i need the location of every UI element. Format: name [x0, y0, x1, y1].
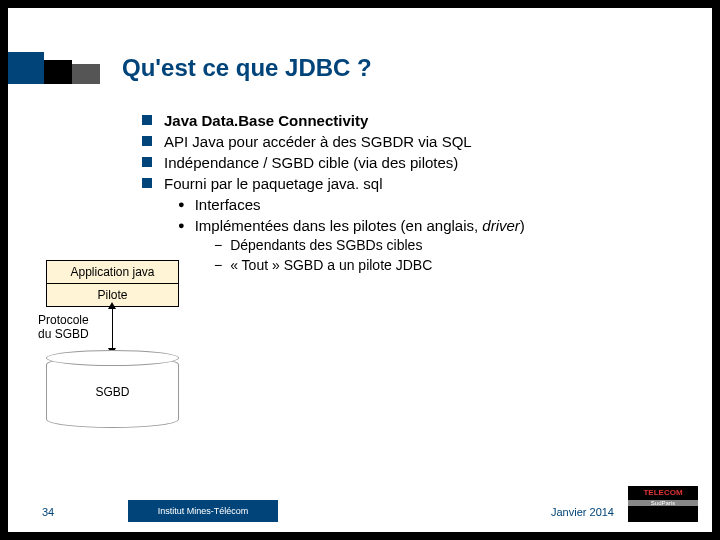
bullet-3: Indépendance / SGBD cible (via des pilot… — [142, 152, 692, 173]
bullet-1: Java Data.Base Connectivity — [142, 110, 692, 131]
brand-blocks — [8, 52, 100, 84]
dash-bullet-1: Dépendants des SGBDs cibles — [214, 236, 692, 256]
architecture-diagram: Application java Pilote Protocole du SGB… — [38, 260, 188, 307]
connector-line — [112, 304, 113, 354]
dash-bullet-2: « Tout » SGBD a un pilote JDBC — [214, 256, 692, 276]
footer-institution: Institut Mines-Télécom — [128, 500, 278, 522]
box-application: Application java — [46, 260, 179, 284]
protocol-label: Protocole du SGBD — [38, 313, 89, 342]
body-content: Java Data.Base Connectivity API Java pou… — [142, 110, 692, 275]
sub2-italic: driver — [482, 217, 520, 234]
bullet-2: API Java pour accéder à des SGBDR via SQ… — [142, 131, 692, 152]
page-number: 34 — [42, 506, 54, 518]
sub-bullet-2: Implémentées dans les pilotes (en anglai… — [178, 215, 692, 236]
bullet-4: Fourni par le paquetage java. sql — [142, 173, 692, 194]
sub-bullet-1: Interfaces — [178, 194, 692, 215]
footer-date: Janvier 2014 — [551, 506, 614, 518]
database-label: SGBD — [46, 385, 179, 399]
sub2-part-a: Implémentées dans les pilotes (en anglai… — [195, 217, 483, 234]
sub2-part-c: ) — [520, 217, 525, 234]
slide-title: Qu'est ce que JDBC ? — [122, 54, 372, 82]
slide-footer: 34 Institut Mines-Télécom Janvier 2014 T… — [8, 498, 712, 522]
telecom-logo: TELECOM SudParis — [628, 486, 698, 522]
